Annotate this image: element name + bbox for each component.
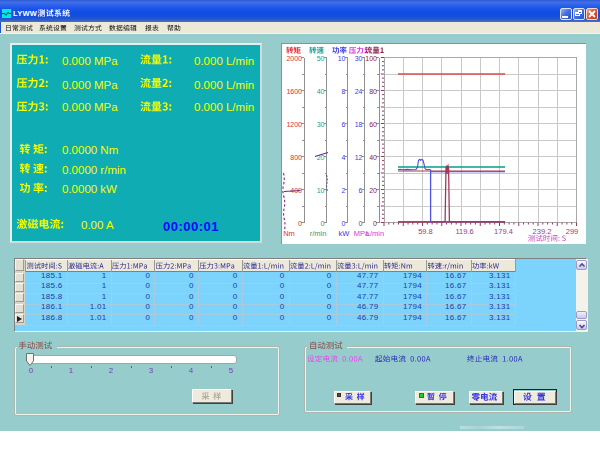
svg-text:59.8: 59.8 xyxy=(418,227,433,236)
svg-text:50: 50 xyxy=(317,55,325,62)
svg-text:0: 0 xyxy=(359,220,363,227)
svg-text:40: 40 xyxy=(369,154,377,161)
svg-text:6: 6 xyxy=(359,187,363,194)
svg-text:2000: 2000 xyxy=(286,55,302,62)
svg-text:0: 0 xyxy=(321,220,325,227)
svg-text:12: 12 xyxy=(355,154,363,161)
svg-text:239.2: 239.2 xyxy=(533,227,552,236)
svg-text:0: 0 xyxy=(373,220,377,227)
svg-text:299: 299 xyxy=(566,227,579,236)
svg-text:40: 40 xyxy=(317,88,325,95)
svg-text:1600: 1600 xyxy=(286,88,302,95)
svg-text:80: 80 xyxy=(369,88,377,95)
svg-text:24: 24 xyxy=(355,88,363,95)
svg-text:0: 0 xyxy=(298,220,302,227)
svg-text:10: 10 xyxy=(338,55,346,62)
svg-text:18: 18 xyxy=(355,121,363,128)
svg-text:100: 100 xyxy=(365,55,377,62)
svg-text:800: 800 xyxy=(290,154,302,161)
svg-text:119.6: 119.6 xyxy=(455,227,473,236)
svg-text:30: 30 xyxy=(355,55,363,62)
svg-text:1200: 1200 xyxy=(286,121,302,128)
svg-text:2: 2 xyxy=(342,187,346,194)
svg-text:179.4: 179.4 xyxy=(494,227,513,236)
svg-text:6: 6 xyxy=(342,121,346,128)
svg-text:8: 8 xyxy=(342,88,346,95)
svg-text:L/min: L/min xyxy=(366,229,384,238)
svg-text:r/min: r/min xyxy=(310,229,327,238)
svg-text:Nm: Nm xyxy=(283,229,295,238)
svg-text:10: 10 xyxy=(317,187,325,194)
svg-text:kW: kW xyxy=(339,229,351,238)
svg-text:20: 20 xyxy=(369,187,377,194)
svg-text:4: 4 xyxy=(342,154,346,161)
svg-text:30: 30 xyxy=(317,121,325,128)
svg-text:0: 0 xyxy=(342,220,346,227)
svg-text:60: 60 xyxy=(369,121,377,128)
